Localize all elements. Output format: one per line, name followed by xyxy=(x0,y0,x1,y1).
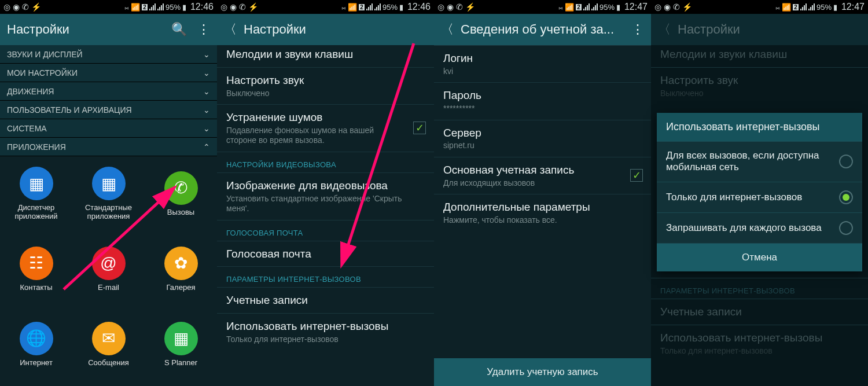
signal-icon-2 xyxy=(374,3,381,10)
status-left-icons: ◎ ◉ ✆ ⚡ xyxy=(3,2,41,12)
dialog-option[interactable]: Запрашивать для каждого вызова xyxy=(657,212,862,243)
list-item-checkbox[interactable]: Основная учетная записьДля исходящих выз… xyxy=(434,157,651,194)
dialog-option[interactable]: Для всех вызовов, если доступна мобильна… xyxy=(657,141,862,182)
option-label: Только для интернет-вызовов xyxy=(666,192,839,203)
battery-icon: ▮ xyxy=(399,3,403,12)
app-icon: ☷ xyxy=(20,247,53,280)
wifi-icon: 📶 xyxy=(782,3,791,12)
option-label: Запрашивать для каждого вызова xyxy=(666,222,839,234)
action-bar: 〈 Настройки xyxy=(651,14,868,45)
delete-account-button[interactable]: Удалить учетную запись xyxy=(434,358,651,386)
list-item[interactable]: Голосовая почта xyxy=(217,241,434,267)
row-title: Мелодии и звуки клавиш xyxy=(226,47,425,61)
app-label: Контакты xyxy=(20,284,52,292)
battery-pct: 95% xyxy=(816,3,832,12)
app-item[interactable]: ▦Стандартные приложения xyxy=(72,156,145,231)
bluetooth-icon: ⨝ xyxy=(775,3,780,12)
category-row[interactable]: ПОЛЬЗОВАТЕЛЬ И АРХИВАЦИЯ⌄ xyxy=(0,101,217,119)
app-icon: ✿ xyxy=(164,247,198,280)
delete-label: Удалить учетную запись xyxy=(487,366,598,378)
list-item-checkbox[interactable]: Устранение шумов Подавление фоновых шумо… xyxy=(217,104,434,152)
page-title: Настройки xyxy=(7,22,161,37)
app-item[interactable]: ▦S Planner xyxy=(145,307,217,382)
radio-icon[interactable] xyxy=(839,221,853,235)
app-item[interactable]: 🌐Интернет xyxy=(0,307,72,382)
status-bar: ◎ ◉ ✆ ⚡ ⨝ 📶 2 95% ▮ 12:47 xyxy=(434,0,651,14)
action-bar: 〈 Сведения об учетной за... ⋮ xyxy=(434,14,651,45)
app-icon: ✆ xyxy=(164,171,198,205)
app-item[interactable]: ▦Диспетчер приложений xyxy=(0,156,72,231)
chevron-down-icon: ⌄ xyxy=(203,124,210,133)
app-icon: ▦ xyxy=(92,167,126,200)
wifi-icon: 📶 xyxy=(565,3,574,12)
wifi-icon: 📶 xyxy=(131,3,140,12)
row-subtitle: Только для интернет-вызовов xyxy=(660,346,859,356)
list-item[interactable]: Изображение для видеовызова Установить с… xyxy=(217,172,434,220)
app-label: Диспетчер приложений xyxy=(0,204,72,221)
row-title: Использовать интернет-вызовы xyxy=(660,331,859,345)
sim-2-icon: 2 xyxy=(359,4,365,10)
overflow-icon[interactable]: ⋮ xyxy=(197,22,210,37)
category-row[interactable]: ЗВУКИ И ДИСПЛЕЙ⌄ xyxy=(0,45,217,64)
app-icon: ▦ xyxy=(20,167,53,200)
status-right: ⨝ 📶 2 95% ▮ 12:46 xyxy=(124,2,214,12)
list-item[interactable]: Серверsipnet.ru xyxy=(434,120,651,157)
dialog: Использовать интернет-вызовы Для всех вы… xyxy=(657,113,862,271)
app-icon: ✉ xyxy=(92,322,126,355)
row-subtitle: ********** xyxy=(443,104,642,114)
chevron-up-icon: ⌃ xyxy=(203,142,210,152)
back-icon: 〈 xyxy=(658,21,671,38)
status-left-icons: ◎ ◉ ✆ ⚡ xyxy=(437,2,475,12)
row-title: Изображение для видеовызова xyxy=(226,179,425,193)
clock: 12:46 xyxy=(190,2,214,12)
list-item[interactable]: Настроить звук Выключено xyxy=(217,67,434,104)
list-item[interactable]: Использовать интернет-вызовы Только для … xyxy=(217,313,434,350)
list-item[interactable]: Логинkvi xyxy=(434,45,651,82)
radio-icon[interactable] xyxy=(839,155,853,168)
app-item[interactable]: ☷Контакты xyxy=(0,231,72,307)
row-subtitle: Подавление фоновых шумов на вашей сторон… xyxy=(226,126,425,146)
battery-icon: ▮ xyxy=(616,3,620,12)
category-row[interactable]: МОИ НАСТРОЙКИ⌄ xyxy=(0,64,217,82)
category-label: СИСТЕМА xyxy=(7,124,47,133)
action-bar: Настройки 🔍 ⋮ xyxy=(0,14,217,45)
app-label: Интернет xyxy=(20,359,53,367)
app-item[interactable]: ✿Галерея xyxy=(145,231,217,307)
search-icon[interactable]: 🔍 xyxy=(171,22,187,37)
category-row[interactable]: ДВИЖЕНИЯ⌄ xyxy=(0,82,217,101)
row-title: Дополнительные параметры xyxy=(443,200,642,214)
battery-icon: ▮ xyxy=(833,3,837,12)
status-bar: ◎ ◉ ✆ ⚡ ⨝ 📶 2 95% ▮ 12:46 xyxy=(217,0,434,14)
category-row[interactable]: СИСТЕМА⌄ xyxy=(0,119,217,138)
list-item[interactable]: Учетные записи xyxy=(217,287,434,313)
overflow-icon[interactable]: ⋮ xyxy=(631,22,644,37)
signal-icon xyxy=(149,3,156,10)
signal-icon-2 xyxy=(591,3,598,10)
list-item[interactable]: Дополнительные параметрыНажмите, чтобы п… xyxy=(434,194,651,231)
back-icon[interactable]: 〈 xyxy=(441,21,454,38)
app-item[interactable]: ✆Вызовы xyxy=(145,156,217,231)
back-icon[interactable]: 〈 xyxy=(224,21,237,38)
app-label: S Planner xyxy=(164,359,197,367)
app-item[interactable]: ✉Сообщения xyxy=(72,307,145,382)
row-title: Настроить звук xyxy=(660,73,859,87)
status-bar: ◎ ◉ ✆ ⚡ ⨝ 📶 2 95% ▮ 12:47 xyxy=(651,0,868,14)
category-row[interactable]: ПРИЛОЖЕНИЯ⌃ xyxy=(0,138,217,156)
checkbox-checked-icon[interactable]: ✓ xyxy=(630,169,643,182)
checkbox-checked-icon[interactable]: ✓ xyxy=(413,122,426,134)
sim-2-icon: 2 xyxy=(142,4,148,10)
row-title: Сервер xyxy=(443,126,642,140)
row-subtitle: Нажмите, чтобы показать все. xyxy=(443,215,642,226)
signal-icon xyxy=(583,3,590,10)
list-item[interactable]: Мелодии и звуки клавиш xyxy=(217,45,434,67)
radio-selected-icon[interactable] xyxy=(839,190,853,204)
screen-call-settings: ◎ ◉ ✆ ⚡ ⨝ 📶 2 95% ▮ 12:46 〈 Настройки Ме… xyxy=(217,0,434,386)
signal-icon xyxy=(366,3,373,10)
row-title: Мелодии и звуки клавиш xyxy=(660,47,859,61)
cancel-button[interactable]: Отмена xyxy=(657,243,862,271)
dialog-option[interactable]: Только для интернет-вызовов xyxy=(657,182,862,212)
list-item[interactable]: Пароль********** xyxy=(434,82,651,119)
row-subtitle: Выключено xyxy=(660,89,859,99)
app-item[interactable]: @E-mail xyxy=(72,231,145,307)
status-left-icons: ◎ ◉ ✆ ⚡ xyxy=(654,2,692,12)
